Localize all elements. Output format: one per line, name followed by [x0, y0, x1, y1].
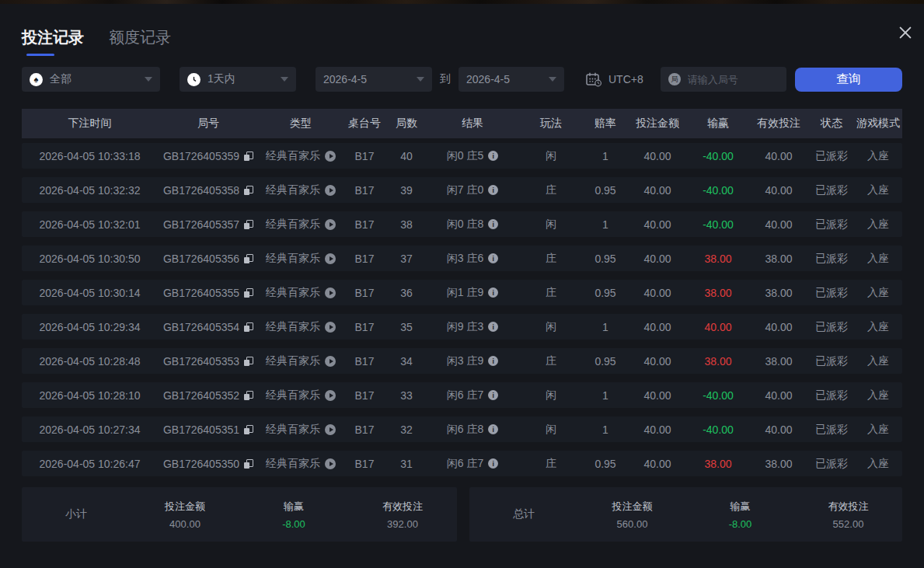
play-icon[interactable] [325, 219, 336, 230]
play-icon[interactable] [325, 253, 336, 264]
cell-odds: 1 [584, 389, 627, 402]
cell-win: 40.00 [688, 321, 748, 333]
tab-betting-records[interactable]: 投注记录 [22, 27, 84, 56]
cell-status: 已派彩 [809, 149, 854, 163]
cell-round_id: GB1726405358 [158, 184, 259, 197]
cell-table_no-text: B17 [355, 321, 375, 333]
tab-quota-records[interactable]: 额度记录 [109, 27, 171, 56]
cell-time: 2026-04-05 10:33:18 [22, 150, 158, 162]
cell-result: 闲0 庄8i [427, 218, 518, 232]
cell-table_no-text: B17 [355, 150, 375, 162]
to-label: 到 [440, 72, 451, 86]
cell-status-text: 已派彩 [815, 218, 848, 232]
info-icon[interactable]: i [488, 390, 498, 400]
cell-valid: 38.00 [748, 253, 809, 265]
cell-odds-text: 1 [602, 423, 608, 436]
copy-icon[interactable] [244, 357, 253, 366]
copy-icon[interactable] [244, 254, 253, 263]
play-icon[interactable] [325, 458, 336, 469]
cell-round_id-text: GB1726405353 [163, 355, 239, 368]
cell-play-text: 庄 [546, 457, 556, 471]
cell-type-text: 经典百家乐 [266, 457, 320, 471]
cell-time-text: 2026-04-05 10:33:18 [40, 150, 141, 162]
cell-round-text: 32 [400, 423, 413, 436]
info-icon[interactable]: i [488, 253, 498, 263]
info-icon[interactable]: i [488, 322, 498, 332]
cell-time: 2026-04-05 10:32:01 [22, 218, 158, 231]
copy-icon[interactable] [244, 322, 253, 332]
cell-play: 庄 [518, 183, 584, 197]
info-icon[interactable]: i [488, 287, 498, 298]
cell-status-text: 已派彩 [815, 354, 848, 368]
cell-play-text: 庄 [546, 354, 556, 368]
copy-icon[interactable] [244, 152, 253, 161]
cell-result: 闲6 庄7i [427, 457, 518, 471]
cell-valid: 38.00 [748, 355, 809, 368]
cell-time: 2026-04-05 10:29:34 [22, 321, 158, 333]
cell-mode-text: 入座 [867, 183, 889, 197]
copy-icon[interactable] [244, 425, 253, 434]
cell-round: 38 [386, 218, 427, 231]
info-icon[interactable]: i [488, 356, 498, 366]
cell-status-text: 已派彩 [815, 457, 848, 471]
cell-round-text: 36 [400, 287, 413, 299]
cell-play-text: 闲 [546, 423, 556, 437]
chevron-down-icon [549, 77, 556, 82]
query-button[interactable]: 查询 [795, 68, 902, 92]
subtotal-bet: 投注金额 400.00 [131, 500, 239, 530]
game-type-dropdown[interactable]: ♠ 全部 [22, 67, 160, 92]
cell-time-text: 2026-04-05 10:29:34 [40, 321, 141, 333]
cell-table_no: B17 [343, 150, 386, 162]
play-icon[interactable] [325, 185, 336, 196]
timezone-label: UTC+8 [608, 73, 643, 85]
info-icon[interactable]: i [488, 219, 498, 229]
date-from-dropdown[interactable]: 2026-4-5 [316, 67, 432, 92]
close-icon[interactable] [896, 23, 915, 42]
cell-odds-text: 1 [602, 218, 608, 231]
cell-result-text: 闲0 庄5 [447, 149, 483, 163]
table-row: 2026-04-05 10:26:47GB1726405350经典百家乐B173… [22, 451, 902, 476]
cell-time: 2026-04-05 10:32:32 [22, 184, 158, 197]
chevron-down-icon [417, 77, 424, 82]
date-to-dropdown[interactable]: 2026-4-5 [459, 67, 564, 92]
tab-label: 额度记录 [109, 29, 171, 46]
cell-status: 已派彩 [809, 183, 854, 197]
cell-play-text: 闲 [546, 320, 556, 334]
table-body: 2026-04-05 10:33:18GB1726405359经典百家乐B174… [22, 143, 902, 476]
cell-mode-text: 入座 [867, 149, 889, 163]
cell-odds: 0.95 [584, 355, 627, 368]
info-icon[interactable]: i [488, 185, 498, 195]
cell-result: 闲1 庄9i [427, 286, 518, 300]
round-number-input[interactable] [686, 73, 779, 86]
copy-icon[interactable] [244, 288, 253, 298]
play-icon[interactable] [325, 424, 336, 435]
cell-play-text: 庄 [546, 252, 556, 266]
cell-mode: 入座 [854, 354, 902, 368]
info-icon[interactable]: i [488, 424, 498, 434]
copy-icon[interactable] [244, 391, 253, 400]
cell-valid: 40.00 [748, 184, 809, 197]
play-icon[interactable] [325, 151, 336, 162]
play-icon[interactable] [325, 356, 336, 367]
cell-odds: 1 [584, 218, 627, 231]
cell-type: 经典百家乐 [259, 457, 343, 471]
cell-mode-text: 入座 [867, 218, 889, 232]
subtotal-winloss: 输赢 -8.00 [239, 500, 348, 530]
cell-mode-text: 入座 [867, 423, 889, 437]
copy-icon[interactable] [244, 220, 253, 229]
copy-icon[interactable] [244, 186, 253, 195]
records-table: 下注时间局号类型桌台号局数结果玩法赔率投注金额输赢有效投注状态游戏模式 2026… [22, 109, 902, 476]
cell-time-text: 2026-04-05 10:26:47 [40, 458, 141, 470]
play-icon[interactable] [325, 390, 336, 401]
info-icon[interactable]: i [488, 151, 498, 161]
cell-odds-text: 1 [602, 321, 608, 333]
play-icon[interactable] [325, 287, 336, 298]
copy-icon[interactable] [244, 459, 253, 469]
cell-win-text: -40.00 [703, 218, 734, 231]
info-icon[interactable]: i [488, 458, 498, 469]
time-range-dropdown[interactable]: 1天内 [180, 67, 296, 92]
play-icon[interactable] [325, 322, 336, 333]
cell-table_no: B17 [343, 321, 386, 333]
cell-type: 经典百家乐 [259, 252, 343, 266]
cell-play: 庄 [518, 457, 584, 471]
